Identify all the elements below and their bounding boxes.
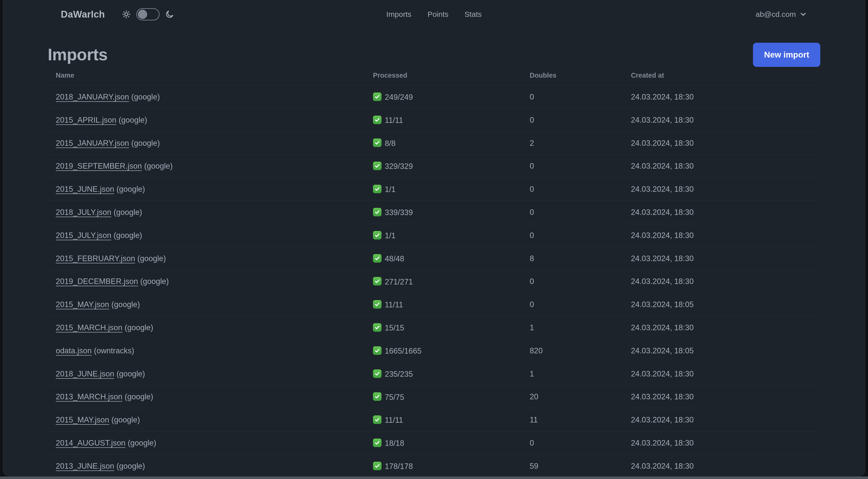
import-source: (google) (125, 323, 153, 332)
name-cell: 2018_JANUARY.json(google) (48, 85, 365, 109)
processed-count: 8/8 (385, 139, 396, 148)
nav-link[interactable]: Points (428, 10, 448, 19)
created-at-cell: 24.03.2024, 18:30 (623, 224, 820, 247)
account-menu[interactable]: ab@cd.com (755, 10, 807, 19)
doubles-cell: 0 (522, 224, 623, 247)
name-cell: 2015_JANUARY.json(google) (48, 131, 365, 155)
import-file-link[interactable]: 2013_MARCH.json (56, 392, 122, 401)
import-file-link[interactable]: 2015_JANUARY.json (56, 139, 129, 148)
import-source: (google) (125, 392, 153, 401)
import-file-link[interactable]: 2015_JUNE.json (56, 185, 114, 193)
table-row: 2013_MARCH.json(google) 75/75 20 24.03.2… (48, 385, 820, 409)
import-source: (google) (137, 254, 166, 263)
import-file-link[interactable]: 2015_FEBRUARY.json (56, 254, 135, 263)
name-cell: odata.json(owntracks) (48, 339, 365, 362)
created-at-cell: 24.03.2024, 18:30 (623, 85, 820, 109)
check-icon (373, 277, 381, 286)
table-row: 2019_DECEMBER.json(google) 271/271 0 24.… (48, 270, 820, 293)
created-at-cell: 24.03.2024, 18:30 (623, 178, 820, 201)
processed-cell: 271/271 (365, 270, 522, 293)
table-row: 2013_JUNE.json(google) 178/178 59 24.03.… (48, 455, 820, 477)
doubles-cell: 820 (522, 339, 623, 362)
navbar-left: DaWarIch (61, 8, 174, 20)
import-file-link[interactable]: 2013_JUNE.json (56, 462, 114, 471)
theme-switch[interactable] (136, 8, 159, 20)
import-file-link[interactable]: 2018_JUNE.json (56, 369, 114, 378)
col-header-created-at: Created at (623, 68, 820, 85)
processed-cell: 178/178 (365, 455, 522, 477)
created-at-cell: 24.03.2024, 18:05 (623, 339, 820, 362)
check-icon (373, 161, 381, 170)
navbar: DaWarIch (2, 0, 866, 29)
check-icon (373, 208, 381, 216)
import-source: (google) (119, 116, 147, 124)
check-icon (373, 462, 381, 470)
import-file-link[interactable]: 2019_DECEMBER.json (56, 277, 138, 286)
processed-cell: 1665/1665 (365, 339, 522, 362)
chevron-down-icon (800, 10, 807, 18)
created-at-cell: 24.03.2024, 18:30 (623, 155, 820, 178)
import-source: (google) (128, 439, 156, 447)
table-row: 2018_JULY.json(google) 339/339 0 24.03.2… (48, 201, 820, 224)
import-file-link[interactable]: 2019_SEPTEMBER.json (56, 161, 142, 170)
theme-switch-knob (138, 10, 147, 19)
name-cell: 2015_MARCH.json(google) (48, 316, 365, 339)
created-at-cell: 24.03.2024, 18:30 (623, 270, 820, 293)
processed-cell: 11/11 (365, 409, 522, 431)
new-import-button[interactable]: New import (753, 43, 820, 67)
table-row: 2019_SEPTEMBER.json(google) 329/329 0 24… (48, 155, 820, 178)
check-icon (373, 439, 381, 447)
name-cell: 2014_AUGUST.json(google) (48, 431, 365, 455)
doubles-cell: 0 (522, 293, 623, 316)
name-cell: 2013_JUNE.json(google) (48, 455, 365, 477)
processed-cell: 75/75 (365, 385, 522, 409)
col-header-processed: Processed (365, 68, 522, 85)
nav-link[interactable]: Stats (465, 10, 482, 19)
theme-toggle[interactable] (122, 8, 174, 20)
import-file-link[interactable]: odata.json (56, 346, 92, 355)
import-file-link[interactable]: 2015_MAY.json (56, 300, 109, 309)
processed-count: 18/18 (385, 439, 404, 448)
doubles-cell: 0 (522, 270, 623, 293)
import-file-link[interactable]: 2015_APRIL.json (56, 116, 116, 124)
doubles-cell: 0 (522, 155, 623, 178)
doubles-cell: 2 (522, 131, 623, 155)
processed-count: 75/75 (385, 393, 404, 401)
table-row: 2015_JANUARY.json(google) 8/8 2 24.03.20… (48, 131, 820, 155)
name-cell: 2015_MAY.json(google) (48, 409, 365, 431)
name-cell: 2015_MAY.json(google) (48, 293, 365, 316)
import-file-link[interactable]: 2018_JANUARY.json (56, 92, 129, 101)
created-at-cell: 24.03.2024, 18:30 (623, 108, 820, 131)
doubles-cell: 0 (522, 85, 623, 109)
import-file-link[interactable]: 2015_JULY.json (56, 231, 111, 240)
check-icon (373, 139, 381, 147)
doubles-cell: 0 (522, 201, 623, 224)
created-at-cell: 24.03.2024, 18:30 (623, 431, 820, 455)
processed-cell: 1/1 (365, 224, 522, 247)
processed-count: 11/11 (385, 416, 403, 424)
account-email: ab@cd.com (755, 10, 796, 19)
import-file-link[interactable]: 2018_JULY.json (56, 208, 111, 217)
col-header-name: Name (48, 68, 365, 85)
created-at-cell: 24.03.2024, 18:05 (623, 293, 820, 316)
check-icon (373, 254, 381, 263)
check-icon (373, 323, 381, 332)
main-nav: Imports Points Stats (386, 0, 482, 29)
processed-count: 1665/1665 (385, 347, 422, 355)
app-logo[interactable]: DaWarIch (61, 9, 105, 20)
name-cell: 2015_FEBRUARY.json(google) (48, 247, 365, 270)
processed-cell: 18/18 (365, 431, 522, 455)
check-icon (373, 92, 381, 101)
import-file-link[interactable]: 2015_MARCH.json (56, 323, 122, 332)
created-at-cell: 24.03.2024, 18:30 (623, 131, 820, 155)
name-cell: 2018_JULY.json(google) (48, 201, 365, 224)
import-source: (google) (114, 208, 142, 217)
created-at-cell: 24.03.2024, 18:30 (623, 409, 820, 431)
nav-link[interactable]: Imports (386, 10, 411, 19)
import-source: (google) (131, 92, 160, 101)
processed-cell: 8/8 (365, 131, 522, 155)
processed-count: 178/178 (385, 462, 413, 471)
import-file-link[interactable]: 2014_AUGUST.json (56, 439, 125, 447)
import-source: (google) (140, 277, 169, 286)
import-file-link[interactable]: 2015_MAY.json (56, 415, 109, 424)
